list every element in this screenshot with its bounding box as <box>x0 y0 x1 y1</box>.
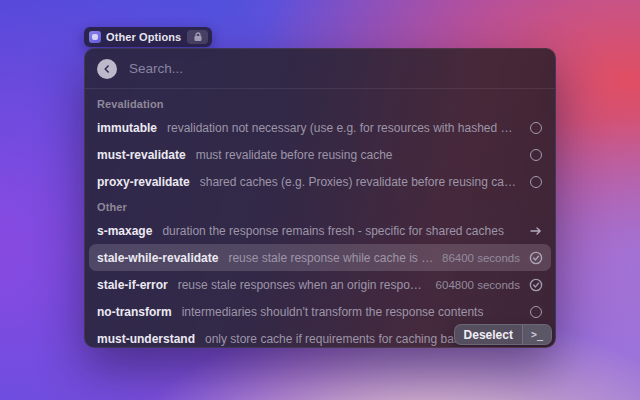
radio-icon[interactable] <box>529 122 543 134</box>
deselect-button[interactable]: Deselect <box>455 328 522 342</box>
list-item-stale-if-error[interactable]: stale-if-error reuse stale responses whe… <box>89 271 551 298</box>
section-title-revalidation: Revalidation <box>85 92 555 114</box>
check-circle-icon[interactable] <box>529 251 543 265</box>
lock-icon <box>187 30 208 44</box>
list-item-must-revalidate[interactable]: must-revalidate must revalidate before r… <box>89 141 551 168</box>
value-badge: 86400 seconds <box>442 252 520 264</box>
list-item-no-transform[interactable]: no-transform intermediaries shouldn't tr… <box>89 298 551 325</box>
command-palette-panel: Revalidation immutable revalidation not … <box>84 48 556 348</box>
chevron-left-icon <box>103 65 111 73</box>
check-circle-icon[interactable] <box>529 278 543 292</box>
app-icon <box>89 31 101 43</box>
options-list: Revalidation immutable revalidation not … <box>85 89 555 348</box>
search-bar <box>85 49 555 89</box>
command-token-label: Other Options <box>106 31 181 43</box>
list-item-stale-while-revalidate[interactable]: stale-while-revalidate reuse stale respo… <box>89 244 551 271</box>
list-item-s-maxage[interactable]: s-maxage duration the response remains f… <box>89 217 551 244</box>
radio-icon[interactable] <box>529 176 543 188</box>
list-item-immutable[interactable]: immutable revalidation not necessary (us… <box>89 114 551 141</box>
terminal-key-icon: >_ <box>522 325 551 344</box>
search-input[interactable] <box>129 61 543 76</box>
section-title-other: Other <box>85 195 555 217</box>
back-button[interactable] <box>97 59 117 79</box>
desktop-background: Other Options Revalidation immutable rev… <box>0 0 640 400</box>
radio-icon[interactable] <box>529 149 543 161</box>
value-badge: 604800 seconds <box>436 279 520 291</box>
arrow-right-icon <box>529 226 543 236</box>
command-token[interactable]: Other Options <box>84 27 212 47</box>
radio-icon[interactable] <box>529 306 543 318</box>
action-hint-popup[interactable]: Deselect >_ <box>454 324 552 345</box>
list-item-proxy-revalidate[interactable]: proxy-revalidate shared caches (e.g. Pro… <box>89 168 551 195</box>
